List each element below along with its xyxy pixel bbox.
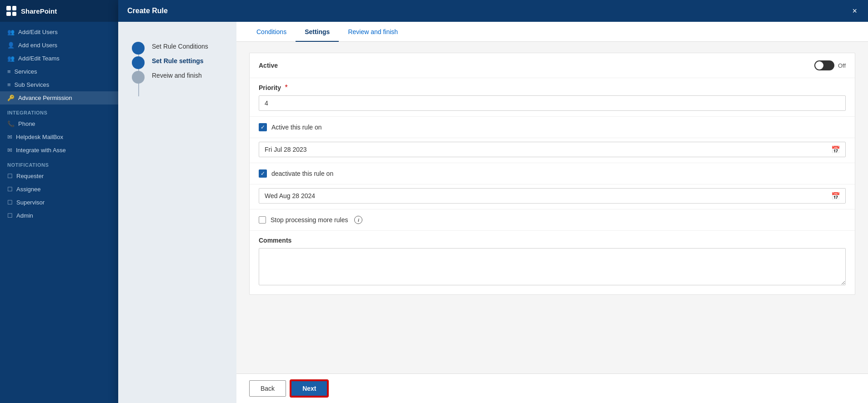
sidebar-item-label: Advance Permission bbox=[18, 95, 72, 101]
sidebar-item-label: Sub Services bbox=[15, 81, 50, 88]
assignee-icon: ☐ bbox=[7, 186, 13, 193]
svg-point-3 bbox=[136, 61, 140, 65]
deactivate-checkbox[interactable] bbox=[259, 169, 267, 178]
active-date-input[interactable] bbox=[259, 142, 846, 157]
tabs-bar: Conditions Settings Review and finish bbox=[236, 22, 868, 42]
services-icon: ≡ bbox=[7, 68, 11, 75]
priority-label-row: Priority * bbox=[259, 84, 846, 92]
tab-review[interactable]: Review and finish bbox=[339, 22, 407, 42]
priority-input[interactable] bbox=[259, 95, 846, 111]
sub-services-icon: ≡ bbox=[7, 81, 11, 88]
stop-processing-row: Stop processing more rules i bbox=[250, 209, 855, 231]
key-icon: 🔑 bbox=[7, 95, 15, 101]
stop-processing-checkbox[interactable] bbox=[259, 216, 266, 224]
active-rule-label: Active this rule on bbox=[271, 124, 322, 131]
deactivate-date-wrapper: 📅 bbox=[259, 188, 846, 204]
active-date-wrapper: 📅 bbox=[259, 142, 846, 157]
active-rule-checkbox[interactable] bbox=[259, 123, 267, 131]
sidebar-item-label: Supervisor bbox=[16, 199, 45, 206]
stop-processing-label: Stop processing more rules bbox=[271, 216, 348, 224]
mail-icon: ✉ bbox=[7, 134, 12, 140]
sidebar-item-integrate[interactable]: ✉ Integrate with Asse bbox=[0, 144, 118, 157]
tab-settings[interactable]: Settings bbox=[296, 22, 339, 42]
active-toggle[interactable] bbox=[814, 60, 834, 70]
sidebar-item-assignee[interactable]: ☐ Assignee bbox=[0, 183, 118, 196]
sidebar-item-label: Integrate with Asse bbox=[16, 147, 66, 154]
integrate-icon: ✉ bbox=[7, 147, 12, 154]
stepper-item-1: Set Rule Conditions bbox=[132, 40, 223, 55]
main-content: Create Rule × Set Rule Conditions bbox=[118, 0, 868, 403]
settings-form-section: Active Off Priority * bbox=[249, 53, 855, 295]
deactivate-date-calendar-icon[interactable]: 📅 bbox=[831, 192, 840, 200]
stepper-circle-2 bbox=[132, 56, 145, 69]
sidebar-item-add-edit-users[interactable]: 👥 Add/Edit Users bbox=[0, 25, 118, 39]
integrations-section-label: Integrations bbox=[0, 104, 118, 117]
sidebar-item-supervisor[interactable]: ☐ Supervisor bbox=[0, 196, 118, 209]
sidebar-item-label: Add/Edit Teams bbox=[18, 55, 60, 62]
active-row: Active Off bbox=[250, 53, 855, 78]
dialog-overlay: Create Rule × Set Rule Conditions bbox=[118, 0, 868, 403]
teams-icon: 👥 bbox=[7, 55, 15, 62]
sidebar-item-label: Requester bbox=[16, 173, 44, 179]
sidebar-header: SharePoint bbox=[0, 0, 118, 22]
sidebar-item-sub-services[interactable]: ≡ Sub Services bbox=[0, 78, 118, 91]
active-date-section: 📅 bbox=[250, 138, 855, 163]
supervisor-icon: ☐ bbox=[7, 199, 13, 206]
deactivate-date-input[interactable] bbox=[259, 188, 846, 204]
app-icon bbox=[6, 6, 16, 16]
sidebar-item-add-edit-teams[interactable]: 👥 Add/Edit Teams bbox=[0, 52, 118, 65]
tab-conditions[interactable]: Conditions bbox=[247, 22, 296, 42]
sidebar-item-label: Add/Edit Users bbox=[18, 29, 58, 35]
stepper-label-3: Reveiw and finish bbox=[152, 69, 202, 79]
active-label: Active bbox=[259, 62, 278, 69]
phone-icon: 📞 bbox=[7, 120, 15, 127]
sidebar: SharePoint 👥 Add/Edit Users 👤 Add end Us… bbox=[0, 0, 118, 403]
stepper-label-2: Set Rule settings bbox=[152, 55, 204, 65]
dialog-header: Create Rule × bbox=[118, 0, 868, 22]
toggle-wrapper: Off bbox=[814, 60, 846, 70]
stepper-label-1: Set Rule Conditions bbox=[152, 40, 208, 50]
stepper-circle-1 bbox=[132, 42, 145, 55]
comments-label-row: Comments bbox=[259, 236, 846, 244]
next-button[interactable]: Next bbox=[291, 380, 328, 397]
svg-point-5 bbox=[136, 75, 140, 79]
active-rule-checkbox-row: Active this rule on bbox=[250, 117, 855, 138]
sidebar-item-add-end-users[interactable]: 👤 Add end Users bbox=[0, 39, 118, 52]
stepper-item-2: Set Rule settings bbox=[132, 55, 223, 69]
sidebar-item-phone[interactable]: 📞 Phone bbox=[0, 117, 118, 130]
requester-icon: ☐ bbox=[7, 173, 13, 179]
sidebar-item-admin[interactable]: ☐ Admin bbox=[0, 209, 118, 222]
dialog-title: Create Rule bbox=[127, 7, 168, 15]
svg-point-1 bbox=[136, 46, 140, 50]
active-date-calendar-icon[interactable]: 📅 bbox=[831, 145, 840, 154]
app-name: SharePoint bbox=[21, 7, 57, 15]
priority-required: * bbox=[285, 84, 287, 91]
deactivate-checkbox-row: deactivate this rule on bbox=[250, 163, 855, 184]
comments-section: Comments bbox=[250, 231, 855, 294]
sidebar-item-services[interactable]: ≡ Services bbox=[0, 65, 118, 78]
back-button[interactable]: Back bbox=[249, 380, 286, 397]
priority-section: Priority * bbox=[250, 78, 855, 117]
stop-processing-info-icon[interactable]: i bbox=[354, 216, 362, 224]
priority-label: Priority bbox=[259, 84, 281, 91]
dialog-body: Set Rule Conditions Set Rule settings Re… bbox=[118, 22, 868, 403]
admin-icon: ☐ bbox=[7, 212, 13, 219]
user-icon: 👤 bbox=[7, 42, 15, 49]
sidebar-item-requester[interactable]: ☐ Requester bbox=[0, 169, 118, 183]
toggle-off-label: Off bbox=[838, 62, 846, 69]
sidebar-item-label: Add end Users bbox=[18, 42, 57, 49]
sidebar-item-label: Assignee bbox=[16, 186, 40, 193]
deactivate-date-section: 📅 bbox=[250, 184, 855, 209]
comments-textarea[interactable] bbox=[259, 248, 846, 285]
form-content: Active Off Priority * bbox=[236, 42, 868, 373]
sidebar-item-helpdesk-mailbox[interactable]: ✉ Helpdesk MailBox bbox=[0, 130, 118, 144]
comments-label: Comments bbox=[259, 237, 291, 244]
sidebar-item-advance-permission[interactable]: 🔑 Advance Permission bbox=[0, 91, 118, 104]
notifications-section-label: Notifications bbox=[0, 157, 118, 169]
dialog-close-button[interactable]: × bbox=[850, 5, 859, 17]
stepper-item-3: Reveiw and finish bbox=[132, 69, 223, 84]
users-icon: 👥 bbox=[7, 29, 15, 35]
deactivate-label: deactivate this rule on bbox=[271, 170, 333, 177]
sidebar-item-label: Helpdesk MailBox bbox=[16, 134, 63, 140]
sidebar-item-label: Services bbox=[15, 68, 37, 75]
